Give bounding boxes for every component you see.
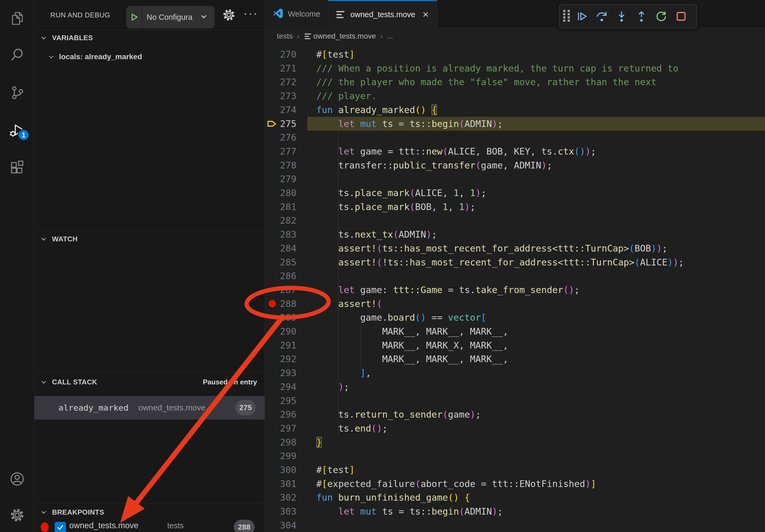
code-line-290[interactable]: 290 MARK__, MARK__, MARK__, (265, 324, 765, 338)
code-line-283[interactable]: 283 ts.next_tx(ADMIN); (265, 227, 765, 241)
line-number[interactable]: 272 (276, 75, 297, 89)
line-number[interactable]: 278 (276, 158, 297, 172)
line-number[interactable]: 275 (276, 117, 297, 131)
variables-section-header[interactable]: VARIABLES (34, 30, 265, 45)
activity-search[interactable] (0, 42, 34, 69)
continue-button[interactable] (573, 8, 590, 25)
line-number[interactable]: 286 (276, 269, 297, 283)
gripper-icon[interactable] (563, 9, 571, 23)
breakpoint-dot-icon[interactable] (269, 300, 276, 307)
code-line-301[interactable]: 301#[expected_failure(abort_code = ttt::… (265, 477, 765, 491)
more-actions-button[interactable]: ··· (243, 10, 259, 20)
line-number[interactable]: 271 (276, 61, 297, 75)
line-number[interactable]: 282 (276, 213, 297, 227)
line-number[interactable]: 295 (276, 394, 297, 408)
activity-extensions[interactable] (0, 155, 34, 182)
code-line-281[interactable]: 281 ts.place_mark(BOB, 1, 1); (265, 200, 765, 214)
line-number[interactable]: 290 (276, 324, 297, 338)
line-number[interactable]: 298 (276, 435, 297, 449)
tab-welcome[interactable]: Welcome (265, 0, 328, 28)
line-number[interactable]: 270 (276, 47, 297, 61)
code-line-302[interactable]: 302fun burn_unfinished_game() { (265, 490, 765, 504)
debug-settings-gear[interactable] (222, 8, 236, 22)
call-stack-frame-row[interactable]: already_marked owned_tests.move 275 (34, 396, 265, 419)
line-number[interactable]: 301 (276, 477, 297, 491)
activity-run-and-debug[interactable]: 1 (0, 117, 34, 144)
line-number[interactable]: 296 (276, 407, 297, 421)
activity-explorer[interactable] (0, 5, 34, 32)
code-line-289[interactable]: 289 game.board() == vector[ (265, 311, 765, 324)
watch-section-header[interactable]: WATCH (34, 231, 265, 246)
line-number[interactable]: 297 (276, 421, 297, 435)
code-line-274[interactable]: 274fun already_marked() { (265, 103, 765, 117)
code-line-278[interactable]: 278 transfer::public_transfer(game, ADMI… (265, 158, 765, 172)
code-line-298[interactable]: 298} (265, 435, 765, 449)
close-icon[interactable]: ✕ (422, 10, 429, 19)
code-line-288[interactable]: 288 assert!( (265, 297, 765, 311)
step-over-button[interactable] (593, 8, 610, 25)
line-number[interactable]: 273 (276, 89, 297, 103)
code-line-294[interactable]: 294 ); (265, 380, 765, 394)
line-number[interactable]: 288 (276, 297, 297, 311)
code-line-292[interactable]: 292 MARK__, MARK__, MARK__, (265, 352, 765, 366)
line-number[interactable]: 304 (276, 518, 297, 532)
step-into-button[interactable] (613, 8, 630, 25)
line-number[interactable]: 281 (276, 200, 297, 214)
code-line-284[interactable]: 284 assert!(ts::has_most_recent_for_addr… (265, 241, 765, 255)
code-line-285[interactable]: 285 assert!(!ts::has_most_recent_for_add… (265, 255, 765, 269)
line-number[interactable]: 299 (276, 449, 297, 463)
code-line-295[interactable]: 295 (265, 394, 765, 408)
line-number[interactable]: 289 (276, 311, 297, 324)
code-line-291[interactable]: 291 MARK__, MARK_X, MARK__, (265, 338, 765, 352)
line-number[interactable]: 300 (276, 463, 297, 477)
code-line-282[interactable]: 282 (265, 213, 765, 227)
code-line-293[interactable]: 293 ], (265, 366, 765, 380)
line-number[interactable]: 284 (276, 241, 297, 255)
code-line-299[interactable]: 299 (265, 449, 765, 463)
line-number[interactable]: 303 (276, 504, 297, 518)
code-line-279[interactable]: 279 (265, 172, 765, 186)
line-number[interactable]: 291 (276, 338, 297, 352)
tab-owned-tests-move[interactable]: owned_tests.move ✕ (328, 0, 437, 28)
code-line-304[interactable]: 304 (265, 518, 765, 532)
line-number[interactable]: 292 (276, 352, 297, 366)
code-line-277[interactable]: 277 let game = ttt::new(ALICE, BOB, KEY,… (265, 144, 765, 158)
step-out-button[interactable] (633, 8, 650, 25)
code-line-272[interactable]: 272/// the player who made the "false" m… (265, 75, 765, 89)
line-number[interactable]: 293 (276, 366, 297, 380)
code-line-287[interactable]: 287 let game: ttt::Game = ts.take_from_s… (265, 283, 765, 297)
code-line-297[interactable]: 297 ts.end(); (265, 421, 765, 435)
restart-button[interactable] (653, 8, 670, 25)
code-line-300[interactable]: 300#[test] (265, 463, 765, 477)
breadcrumb-symbol[interactable]: ... (387, 32, 393, 40)
variables-scope-row[interactable]: locals: already_marked (34, 49, 265, 65)
breakpoint-file[interactable]: owned_tests.move (69, 521, 138, 530)
line-number[interactable]: 274 (276, 103, 297, 117)
code-line-273[interactable]: 273/// player. (265, 89, 765, 103)
line-number[interactable]: 294 (276, 380, 297, 394)
code-line-280[interactable]: 280 ts.place_mark(ALICE, 1, 1); (265, 186, 765, 200)
code-line-296[interactable]: 296 ts.return_to_sender(game); (265, 407, 765, 421)
activity-source-control[interactable] (0, 80, 34, 107)
line-number[interactable]: 280 (276, 186, 297, 200)
line-number[interactable]: 285 (276, 255, 297, 269)
code-editor[interactable]: 270#[test]271/// When a position is alre… (265, 45, 765, 532)
activity-settings[interactable] (0, 502, 34, 529)
activity-account[interactable] (0, 466, 34, 493)
line-number[interactable]: 277 (276, 144, 297, 158)
code-line-303[interactable]: 303 let mut ts = ts::begin(ADMIN); (265, 504, 765, 518)
start-debug-button[interactable] (126, 6, 142, 28)
breakpoints-section-header[interactable]: BREAKPOINTS (34, 505, 265, 520)
line-number[interactable]: 276 (276, 131, 297, 144)
line-number[interactable]: 283 (276, 227, 297, 241)
code-line-276[interactable]: 276 (265, 131, 765, 144)
launch-config-dropdown[interactable]: No Configura (126, 6, 215, 28)
line-number[interactable]: 287 (276, 283, 297, 297)
breadcrumb-file[interactable]: owned_tests.move (313, 32, 376, 40)
line-number[interactable]: 279 (276, 172, 297, 186)
stop-button[interactable] (672, 8, 690, 25)
code-line-270[interactable]: 270#[test] (265, 47, 765, 61)
code-line-275[interactable]: 275 let mut ts = ts::begin(ADMIN); (265, 117, 765, 131)
breakpoint-checkbox[interactable] (55, 522, 66, 532)
breadcrumb-folder[interactable]: tests (277, 32, 293, 40)
